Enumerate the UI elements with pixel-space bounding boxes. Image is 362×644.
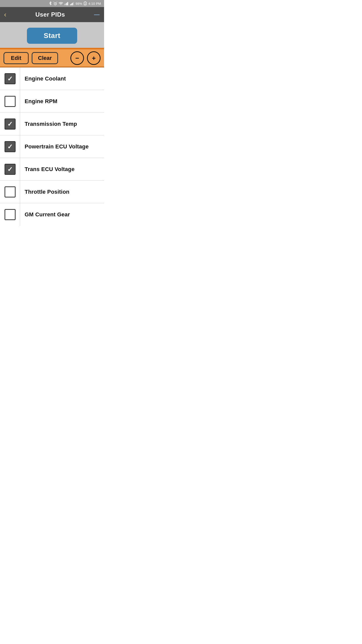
- pid-label: Engine Coolant: [20, 75, 66, 82]
- pid-row: ✓Trans ECU Voltage: [0, 158, 104, 181]
- svg-rect-4: [67, 2, 68, 5]
- pid-list: ✓Engine CoolantEngine RPM✓Transmission T…: [0, 67, 104, 226]
- signal-strength-icon: [70, 2, 74, 5]
- page-title: User PIDs: [35, 11, 65, 18]
- checkbox-cell: ✓: [0, 67, 20, 90]
- bottom-area: [0, 226, 104, 256]
- pid-row: ✓Transmission Temp: [0, 113, 104, 135]
- pid-row: GM Current Gear: [0, 203, 104, 226]
- menu-button[interactable]: —: [94, 12, 100, 17]
- checkbox-2[interactable]: [5, 96, 16, 107]
- battery-percent: 98%: [76, 2, 82, 6]
- checkbox-cell: ✓: [0, 158, 20, 180]
- pid-row: ✓Engine Coolant: [0, 67, 104, 90]
- checkbox-7[interactable]: [5, 209, 16, 220]
- checkbox-cell: ✓: [0, 113, 20, 135]
- toolbar: Edit Clear − +: [0, 49, 104, 67]
- checkbox-cell: [0, 203, 20, 226]
- pid-row: ✓Powertrain ECU Voltage: [0, 135, 104, 158]
- nav-bar: ‹ User PIDs —: [0, 7, 104, 22]
- checkbox-cell: ✓: [0, 135, 20, 158]
- svg-rect-7: [71, 4, 72, 5]
- checkbox-1[interactable]: ✓: [5, 73, 16, 84]
- bluetooth-icon: [49, 1, 52, 6]
- edit-button[interactable]: Edit: [4, 52, 29, 64]
- back-button[interactable]: ‹: [4, 11, 6, 18]
- pid-label: Engine RPM: [20, 98, 57, 105]
- status-bar: 4G 98% 4:10 PM: [0, 0, 104, 7]
- checkbox-6[interactable]: [5, 186, 16, 197]
- checkbox-3[interactable]: ✓: [5, 118, 16, 130]
- pid-label: Transmission Temp: [20, 121, 77, 127]
- svg-rect-9: [73, 2, 74, 5]
- status-icons: 4G: [49, 1, 74, 6]
- wifi-icon: [59, 2, 63, 5]
- pid-label: GM Current Gear: [20, 211, 70, 218]
- checkmark-icon: ✓: [7, 166, 13, 173]
- checkmark-icon: ✓: [7, 143, 13, 150]
- pid-label: Throttle Position: [20, 189, 69, 195]
- svg-rect-8: [72, 3, 73, 5]
- time-display: 4:10 PM: [88, 2, 101, 6]
- pid-row: Throttle Position: [0, 181, 104, 203]
- clear-button[interactable]: Clear: [32, 52, 58, 64]
- svg-rect-6: [70, 4, 71, 5]
- checkbox-4[interactable]: ✓: [5, 141, 16, 152]
- checkbox-cell: [0, 90, 20, 112]
- pid-label: Powertrain ECU Voltage: [20, 143, 89, 150]
- checkmark-icon: ✓: [7, 75, 13, 82]
- checkbox-cell: [0, 181, 20, 203]
- decrement-button[interactable]: −: [70, 51, 84, 65]
- svg-rect-11: [85, 2, 86, 2]
- checkmark-icon: ✓: [7, 121, 13, 127]
- start-area: Start: [0, 22, 104, 48]
- signal-icon: 4G: [64, 2, 69, 5]
- increment-button[interactable]: +: [87, 51, 101, 65]
- alarm-icon: [53, 2, 57, 6]
- battery-charging-icon: [84, 2, 87, 6]
- pid-label: Trans ECU Voltage: [20, 166, 75, 173]
- pid-row: Engine RPM: [0, 90, 104, 113]
- start-button[interactable]: Start: [27, 28, 77, 44]
- svg-text:4G: 4G: [64, 3, 67, 5]
- checkbox-5[interactable]: ✓: [5, 164, 16, 175]
